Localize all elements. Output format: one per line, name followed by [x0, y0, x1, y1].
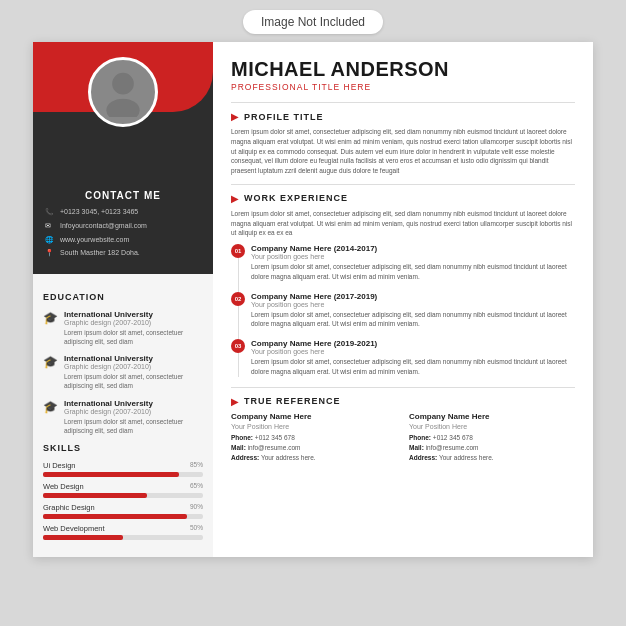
contact-email-text: Infoyourcontact@gmail.com — [60, 221, 147, 231]
profile-text: Lorem ipsum dolor sit amet, consectetuer… — [231, 127, 575, 176]
edu-details-3: International University Graphic design … — [64, 399, 203, 435]
main-content: MICHAEL ANDERSON PROFESSIONAL TITLE HERE… — [213, 42, 593, 557]
skill-pct-1: 85% — [190, 461, 203, 471]
contact-address: 📍 South Masther 182 Doha. — [45, 248, 201, 258]
profile-heading-text: PROFILE TITLE — [244, 112, 324, 122]
work-item-3: 03 Company Name Here (2019-2021) Your po… — [251, 339, 575, 377]
edu-item-2: 🎓 International University Graphic desig… — [43, 354, 203, 390]
education-title: EDUCATION — [43, 292, 203, 302]
avatar — [88, 57, 158, 127]
resume-container: CONTACT ME 📞 +0123 3045, +0123 3465 ✉ In… — [33, 42, 593, 557]
edu-name-2: International University — [64, 354, 203, 363]
ref-position-1: Your Position Here — [231, 423, 397, 430]
edu-icon-3: 🎓 — [43, 400, 58, 435]
skill-bar-fill-2 — [43, 493, 147, 498]
skill-row-1: Ui Design 85% — [43, 461, 203, 477]
job-position-2: Your position goes here — [251, 301, 575, 308]
job-company-2: Company Name Here (2017-2019) — [251, 292, 575, 301]
skill-row-4: Web Development 50% — [43, 524, 203, 540]
skill-bar-bg-1 — [43, 472, 203, 477]
chevron-profile-icon: ▶ — [231, 111, 239, 122]
candidate-name: MICHAEL ANDERSON — [231, 58, 575, 80]
skill-bar-fill-1 — [43, 472, 179, 477]
edu-sub-3: Graphic design (2007-2010) — [64, 408, 203, 415]
skill-bar-fill-3 — [43, 514, 187, 519]
timeline-dot-1: 01 — [231, 244, 245, 258]
edu-sub-1: Graphic design (2007-2010) — [64, 319, 203, 326]
skill-pct-3: 90% — [190, 503, 203, 513]
edu-name-3: International University — [64, 399, 203, 408]
edu-sub-2: Graphic design (2007-2010) — [64, 363, 203, 370]
email-icon: ✉ — [45, 222, 55, 230]
location-icon: 📍 — [45, 249, 55, 257]
work-timeline: 01 Company Name Here (2014-2017) Your po… — [231, 244, 575, 377]
skill-bar-fill-4 — [43, 535, 123, 540]
contact-website: 🌐 www.yourwebsite.com — [45, 235, 201, 245]
contact-phone: 📞 +0123 3045, +0123 3465 — [45, 207, 201, 217]
edu-item-3: 🎓 International University Graphic desig… — [43, 399, 203, 435]
chevron-ref-icon: ▶ — [231, 396, 239, 407]
edu-desc-1: Lorem ipsum dolor sit amet, consectetuer… — [64, 328, 203, 346]
svg-point-0 — [112, 73, 134, 95]
ref-company-2: Company Name Here — [409, 412, 575, 421]
contact-website-text: www.yourwebsite.com — [60, 235, 129, 245]
job-desc-2: Lorem ipsum dolor sit amet, consectetuer… — [251, 310, 575, 330]
contact-section: CONTACT ME 📞 +0123 3045, +0123 3465 ✉ In… — [33, 182, 213, 274]
edu-item-1: 🎓 International University Graphic desig… — [43, 310, 203, 346]
skill-pct-2: 65% — [190, 482, 203, 492]
skill-name-3: Graphic Design — [43, 503, 95, 512]
chevron-work-icon: ▶ — [231, 193, 239, 204]
ref-col-1: Company Name Here Your Position Here Pho… — [231, 412, 397, 464]
timeline-dot-2: 02 — [231, 292, 245, 306]
job-company-3: Company Name Here (2019-2021) — [251, 339, 575, 348]
reference-heading-text: TRUE REFERENCE — [244, 396, 341, 406]
skill-bar-bg-2 — [43, 493, 203, 498]
ref-detail-2: Phone: +012 345 678 Mail: info@resume.co… — [409, 433, 575, 464]
ref-position-2: Your Position Here — [409, 423, 575, 430]
sidebar-body: EDUCATION 🎓 International University Gra… — [33, 274, 213, 557]
edu-icon-1: 🎓 — [43, 311, 58, 346]
skills-section: SKILLS Ui Design 85% Web Design — [43, 443, 203, 540]
work-heading-text: WORK EXPERIENCE — [244, 193, 348, 203]
contact-email: ✉ Infoyourcontact@gmail.com — [45, 221, 201, 231]
name-divider — [231, 102, 575, 103]
job-desc-1: Lorem ipsum dolor sit amet, consectetuer… — [251, 262, 575, 282]
website-icon: 🌐 — [45, 236, 55, 244]
skills-title: SKILLS — [43, 443, 203, 453]
sidebar-top — [33, 42, 213, 182]
ref-detail-1: Phone: +012 345 678 Mail: info@resume.co… — [231, 433, 397, 464]
edu-name-1: International University — [64, 310, 203, 319]
svg-point-1 — [106, 99, 139, 117]
edu-icon-2: 🎓 — [43, 355, 58, 390]
professional-title: PROFESSIONAL TITLE HERE — [231, 82, 575, 92]
job-position-3: Your position goes here — [251, 348, 575, 355]
reference-grid: Company Name Here Your Position Here Pho… — [231, 412, 575, 464]
sidebar: CONTACT ME 📞 +0123 3045, +0123 3465 ✉ In… — [33, 42, 213, 557]
contact-phone-text: +0123 3045, +0123 3465 — [60, 207, 138, 217]
reference-heading: ▶ TRUE REFERENCE — [231, 396, 575, 407]
edu-details-1: International University Graphic design … — [64, 310, 203, 346]
work-item-2: 02 Company Name Here (2017-2019) Your po… — [251, 292, 575, 330]
skill-row-2: Web Design 65% — [43, 482, 203, 498]
ref-company-1: Company Name Here — [231, 412, 397, 421]
edu-desc-2: Lorem ipsum dolor sit amet, consectetuer… — [64, 372, 203, 390]
skill-row-3: Graphic Design 90% — [43, 503, 203, 519]
skill-pct-4: 50% — [190, 524, 203, 534]
skill-bar-bg-3 — [43, 514, 203, 519]
work-heading: ▶ WORK EXPERIENCE — [231, 193, 575, 204]
ref-col-2: Company Name Here Your Position Here Pho… — [409, 412, 575, 464]
job-desc-3: Lorem ipsum dolor sit amet, consectetuer… — [251, 357, 575, 377]
avatar-icon — [98, 67, 148, 117]
profile-divider — [231, 184, 575, 185]
work-intro-text: Lorem ipsum dolor sit amet, consectetuer… — [231, 209, 575, 238]
edu-details-2: International University Graphic design … — [64, 354, 203, 390]
profile-heading: ▶ PROFILE TITLE — [231, 111, 575, 122]
edu-desc-3: Lorem ipsum dolor sit amet, consectetuer… — [64, 417, 203, 435]
image-badge: Image Not Included — [243, 10, 383, 34]
skill-name-1: Ui Design — [43, 461, 76, 470]
contact-title: CONTACT ME — [45, 190, 201, 201]
skill-name-4: Web Development — [43, 524, 105, 533]
work-item-1: 01 Company Name Here (2014-2017) Your po… — [251, 244, 575, 282]
contact-address-text: South Masther 182 Doha. — [60, 248, 140, 258]
skill-name-2: Web Design — [43, 482, 84, 491]
